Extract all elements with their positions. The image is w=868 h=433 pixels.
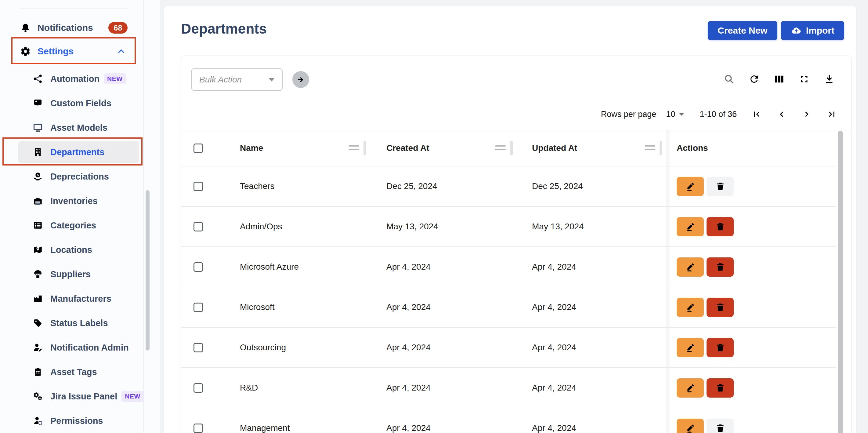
desktop-icon	[33, 123, 43, 133]
cell-updated-at: Dec 25, 2024	[532, 181, 583, 191]
sidebar-item-label: Asset Tags	[50, 367, 97, 377]
column-resize-handle[interactable]	[364, 141, 366, 155]
prev-page-button	[776, 109, 787, 119]
pen-icon	[685, 181, 695, 192]
sidebar-item-notifications[interactable]: Notifications 68	[0, 18, 144, 37]
sidebar-item-suppliers[interactable]: Suppliers	[0, 262, 144, 286]
sidebar-item-label: Custom Fields	[50, 98, 112, 108]
cell-updated-at: Apr 4, 2024	[532, 343, 576, 352]
table-row: Admin/Ops May 13, 2024 May 13, 2024	[181, 207, 836, 247]
cell-name: R&D	[240, 383, 258, 393]
bulk-action-go-button[interactable]	[292, 71, 309, 88]
select-all-checkbox[interactable]	[193, 144, 203, 153]
sidebar-item-label: Automation	[50, 74, 99, 84]
delete-button[interactable]	[707, 338, 734, 357]
refresh-icon	[749, 74, 760, 85]
sidebar-item-label: Settings	[37, 46, 73, 57]
sidebar-item-permissions[interactable]: Permissions	[0, 409, 144, 433]
main-content: Departments Create New Import Bulk Actio…	[160, 0, 868, 433]
new-badge: NEW	[104, 73, 126, 84]
column-resize-handle[interactable]	[510, 141, 513, 155]
table-scrollbar-thumb[interactable]	[838, 131, 843, 433]
cell-name: Management	[240, 423, 290, 433]
row-checkbox[interactable]	[193, 182, 203, 191]
cell-updated-at: Apr 4, 2024	[532, 302, 576, 312]
view-columns-button[interactable]	[774, 74, 785, 85]
drag-indicator-icon	[495, 145, 506, 152]
column-header-name[interactable]: Name	[240, 143, 263, 153]
sidebar-item-label: Locations	[50, 245, 92, 255]
column-header-updated-at[interactable]: Updated At	[532, 143, 577, 153]
row-checkbox[interactable]	[193, 222, 203, 231]
first-page-button	[751, 109, 762, 119]
next-page-button[interactable]	[802, 109, 812, 119]
sidebar-item-settings[interactable]: Settings	[0, 41, 144, 61]
first-page-icon	[751, 109, 762, 119]
bulk-action-select[interactable]: Bulk Action	[191, 68, 283, 91]
last-page-button[interactable]	[827, 109, 837, 119]
column-resize-handle[interactable]	[659, 141, 662, 155]
chevron-up-icon	[117, 47, 126, 56]
sidebar-item-inventories[interactable]: Inventories	[0, 189, 144, 213]
pen-icon	[685, 342, 695, 353]
industry-icon	[33, 294, 43, 304]
departments-table: Name Created At Upda	[181, 130, 851, 433]
delete-button[interactable]	[707, 217, 734, 236]
sidebar-item-depreciations[interactable]: Depreciations	[0, 164, 144, 189]
sidebar-item-manufacturers[interactable]: Manufacturers	[0, 286, 144, 311]
gears-icon	[33, 392, 43, 401]
sidebar-item-automation[interactable]: Automation NEW	[0, 66, 144, 91]
sidebar-item-asset-models[interactable]: Asset Models	[0, 115, 144, 140]
edit-button[interactable]	[677, 378, 704, 398]
search-button[interactable]	[724, 74, 735, 85]
sidebar-item-categories[interactable]: Categories	[0, 213, 144, 237]
delete-button[interactable]	[707, 257, 734, 277]
refresh-button[interactable]	[749, 74, 760, 85]
cell-name: Teachers	[240, 181, 275, 191]
share-nodes-icon	[33, 74, 43, 84]
sidebar-item-locations[interactable]: Locations	[0, 237, 144, 262]
create-new-button[interactable]: Create New	[708, 21, 777, 40]
edit-button[interactable]	[677, 217, 704, 236]
column-header-created-at[interactable]: Created At	[386, 143, 429, 153]
map-pin-icon	[33, 245, 43, 255]
edit-button[interactable]	[677, 338, 704, 357]
sidebar-scrollbar-thumb[interactable]	[146, 190, 150, 351]
row-checkbox[interactable]	[193, 262, 203, 272]
sidebar-item-asset-tags[interactable]: Asset Tags	[0, 360, 144, 384]
sidebar-item-label: Permissions	[50, 416, 103, 426]
page-card: Departments Create New Import Bulk Actio…	[164, 6, 857, 433]
edit-button[interactable]	[677, 257, 704, 277]
sidebar-item-status-labels[interactable]: Status Labels	[0, 311, 144, 335]
cell-created-at: Apr 4, 2024	[386, 302, 431, 312]
trash-icon	[715, 302, 725, 312]
sidebar-item-departments[interactable]: Departments	[0, 140, 144, 164]
rows-per-page-label: Rows per page	[601, 110, 656, 119]
sidebar-item-custom-fields[interactable]: Custom Fields	[0, 91, 144, 115]
delete-button[interactable]	[707, 378, 734, 398]
cell-created-at: Dec 25, 2024	[386, 181, 437, 191]
circle-dollar-icon	[33, 172, 43, 181]
download-button[interactable]	[824, 74, 835, 85]
edit-button[interactable]	[677, 177, 704, 196]
import-button[interactable]: Import	[781, 21, 844, 40]
row-checkbox[interactable]	[193, 302, 203, 312]
edit-button[interactable]	[677, 418, 704, 433]
sidebar-item-notification-admin[interactable]: Notification Admin	[0, 335, 144, 360]
table-body: Teachers Dec 25, 2024 Dec 25, 2024 Admin…	[181, 166, 851, 433]
pen-icon	[685, 423, 695, 433]
arrow-right-icon	[296, 75, 306, 85]
sidebar-item-label: Suppliers	[50, 269, 91, 280]
rows-per-page-select[interactable]: 10	[666, 110, 684, 119]
delete-button[interactable]	[707, 298, 734, 317]
sidebar-item-jira-issue-panel[interactable]: Jira Issue Panel NEW	[0, 384, 144, 409]
chevron-down-icon	[679, 113, 684, 116]
cell-updated-at: May 13, 2024	[532, 222, 584, 231]
edit-button[interactable]	[677, 298, 704, 317]
row-checkbox[interactable]	[193, 343, 203, 352]
row-checkbox[interactable]	[193, 383, 203, 393]
sidebar-item-label: Inventories	[50, 196, 98, 206]
row-checkbox[interactable]	[193, 424, 203, 433]
fullscreen-button[interactable]	[799, 74, 810, 85]
sidebar-submenu: Automation NEW Custom Fields Asset Model…	[0, 66, 144, 433]
